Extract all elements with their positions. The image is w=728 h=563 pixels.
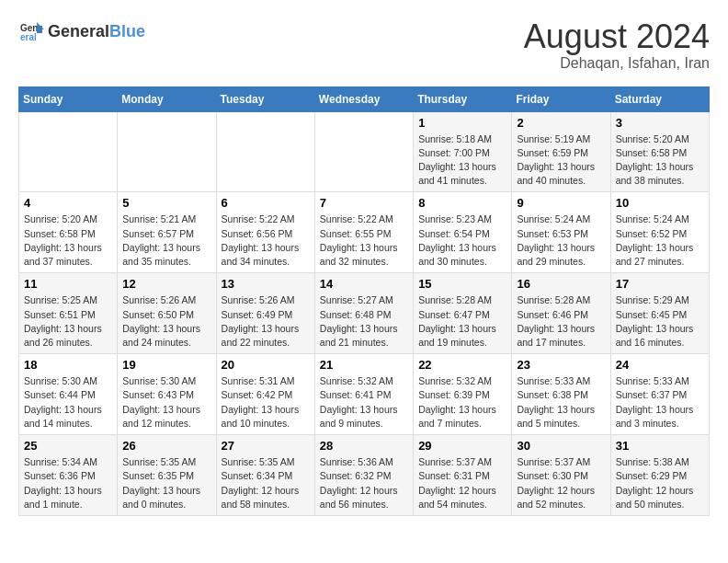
cell-content: Sunrise: 5:19 AM Sunset: 6:59 PM Dayligh… [517, 132, 605, 189]
calendar-cell: 11Sunrise: 5:25 AM Sunset: 6:51 PM Dayli… [19, 273, 118, 354]
calendar-cell [216, 111, 314, 192]
week-row-2: 4Sunrise: 5:20 AM Sunset: 6:58 PM Daylig… [19, 192, 710, 273]
subtitle: Dehaqan, Isfahan, Iran [524, 55, 710, 72]
logo-general-text: General [48, 22, 109, 40]
calendar-cell: 31Sunrise: 5:38 AM Sunset: 6:29 PM Dayli… [610, 435, 709, 516]
day-number: 1 [418, 116, 506, 130]
cell-content: Sunrise: 5:33 AM Sunset: 6:37 PM Dayligh… [616, 374, 704, 431]
cell-content: Sunrise: 5:31 AM Sunset: 6:42 PM Dayligh… [222, 374, 310, 431]
svg-text:eral: eral [20, 32, 37, 42]
cell-content: Sunrise: 5:22 AM Sunset: 6:56 PM Dayligh… [222, 213, 310, 269]
cell-content: Sunrise: 5:26 AM Sunset: 6:50 PM Dayligh… [122, 293, 210, 350]
calendar-cell: 6Sunrise: 5:22 AM Sunset: 6:56 PM Daylig… [216, 192, 314, 273]
weekday-header-monday: Monday [118, 86, 216, 111]
calendar-cell: 23Sunrise: 5:33 AM Sunset: 6:38 PM Dayli… [512, 354, 610, 435]
day-number: 20 [222, 358, 310, 372]
day-number: 11 [24, 277, 112, 291]
cell-content: Sunrise: 5:28 AM Sunset: 6:46 PM Dayligh… [517, 293, 605, 350]
day-number: 23 [517, 358, 605, 372]
calendar-cell: 3Sunrise: 5:20 AM Sunset: 6:58 PM Daylig… [610, 111, 709, 192]
title-block: August 2024 Dehaqan, Isfahan, Iran [524, 18, 710, 72]
weekday-header-friday: Friday [512, 86, 610, 111]
svg-marker-4 [37, 26, 42, 33]
calendar-cell [19, 111, 118, 192]
calendar-cell: 2Sunrise: 5:19 AM Sunset: 6:59 PM Daylig… [512, 111, 610, 192]
calendar-cell: 14Sunrise: 5:27 AM Sunset: 6:48 PM Dayli… [314, 273, 413, 354]
calendar-cell: 5Sunrise: 5:21 AM Sunset: 6:57 PM Daylig… [118, 192, 216, 273]
cell-content: Sunrise: 5:37 AM Sunset: 6:31 PM Dayligh… [418, 455, 506, 511]
cell-content: Sunrise: 5:25 AM Sunset: 6:51 PM Dayligh… [24, 293, 112, 350]
day-number: 24 [616, 358, 704, 372]
calendar-cell: 27Sunrise: 5:35 AM Sunset: 6:34 PM Dayli… [216, 435, 314, 516]
main-title: August 2024 [524, 18, 710, 55]
cell-content: Sunrise: 5:36 AM Sunset: 6:32 PM Dayligh… [320, 455, 408, 511]
calendar-table: SundayMondayTuesdayWednesdayThursdayFrid… [18, 86, 710, 516]
cell-content: Sunrise: 5:37 AM Sunset: 6:30 PM Dayligh… [517, 455, 605, 511]
cell-content: Sunrise: 5:38 AM Sunset: 6:29 PM Dayligh… [616, 455, 704, 511]
cell-content: Sunrise: 5:18 AM Sunset: 7:00 PM Dayligh… [418, 132, 506, 189]
day-number: 12 [122, 277, 210, 291]
day-number: 28 [320, 439, 408, 453]
weekday-header-thursday: Thursday [414, 86, 512, 111]
day-number: 22 [418, 358, 506, 372]
day-number: 14 [320, 277, 408, 291]
weekday-header-saturday: Saturday [610, 86, 709, 111]
cell-content: Sunrise: 5:27 AM Sunset: 6:48 PM Dayligh… [320, 293, 408, 350]
day-number: 2 [517, 116, 605, 130]
calendar-cell: 7Sunrise: 5:22 AM Sunset: 6:55 PM Daylig… [314, 192, 413, 273]
cell-content: Sunrise: 5:24 AM Sunset: 6:53 PM Dayligh… [517, 213, 605, 269]
calendar-cell: 17Sunrise: 5:29 AM Sunset: 6:45 PM Dayli… [610, 273, 709, 354]
cell-content: Sunrise: 5:30 AM Sunset: 6:43 PM Dayligh… [122, 374, 210, 431]
cell-content: Sunrise: 5:20 AM Sunset: 6:58 PM Dayligh… [24, 213, 112, 269]
week-row-5: 25Sunrise: 5:34 AM Sunset: 6:36 PM Dayli… [19, 435, 710, 516]
cell-content: Sunrise: 5:32 AM Sunset: 6:39 PM Dayligh… [418, 374, 506, 431]
cell-content: Sunrise: 5:28 AM Sunset: 6:47 PM Dayligh… [418, 293, 506, 350]
page-header: Gen eral GeneralBlue August 2024 Dehaqan… [18, 18, 710, 72]
day-number: 21 [320, 358, 408, 372]
cell-content: Sunrise: 5:35 AM Sunset: 6:34 PM Dayligh… [222, 455, 310, 511]
cell-content: Sunrise: 5:34 AM Sunset: 6:36 PM Dayligh… [24, 455, 112, 511]
logo-icon: Gen eral [18, 18, 44, 44]
calendar-cell: 29Sunrise: 5:37 AM Sunset: 6:31 PM Dayli… [414, 435, 512, 516]
calendar-cell: 26Sunrise: 5:35 AM Sunset: 6:35 PM Dayli… [118, 435, 216, 516]
cell-content: Sunrise: 5:26 AM Sunset: 6:49 PM Dayligh… [222, 293, 310, 350]
calendar-cell: 9Sunrise: 5:24 AM Sunset: 6:53 PM Daylig… [512, 192, 610, 273]
day-number: 4 [24, 196, 112, 210]
week-row-4: 18Sunrise: 5:30 AM Sunset: 6:44 PM Dayli… [19, 354, 710, 435]
calendar-cell: 8Sunrise: 5:23 AM Sunset: 6:54 PM Daylig… [414, 192, 512, 273]
cell-content: Sunrise: 5:21 AM Sunset: 6:57 PM Dayligh… [122, 213, 210, 269]
calendar-cell [118, 111, 216, 192]
weekday-header-sunday: Sunday [19, 86, 118, 111]
calendar-cell: 30Sunrise: 5:37 AM Sunset: 6:30 PM Dayli… [512, 435, 610, 516]
calendar-cell: 13Sunrise: 5:26 AM Sunset: 6:49 PM Dayli… [216, 273, 314, 354]
day-number: 29 [418, 439, 506, 453]
day-number: 8 [418, 196, 506, 210]
day-number: 16 [517, 277, 605, 291]
day-number: 10 [616, 196, 704, 210]
cell-content: Sunrise: 5:23 AM Sunset: 6:54 PM Dayligh… [418, 213, 506, 269]
weekday-header-tuesday: Tuesday [216, 86, 314, 111]
calendar-cell: 24Sunrise: 5:33 AM Sunset: 6:37 PM Dayli… [610, 354, 709, 435]
cell-content: Sunrise: 5:20 AM Sunset: 6:58 PM Dayligh… [616, 132, 704, 189]
day-number: 15 [418, 277, 506, 291]
cell-content: Sunrise: 5:29 AM Sunset: 6:45 PM Dayligh… [616, 293, 704, 350]
day-number: 17 [616, 277, 704, 291]
calendar-cell [314, 111, 413, 192]
weekday-header-row: SundayMondayTuesdayWednesdayThursdayFrid… [19, 86, 710, 111]
week-row-3: 11Sunrise: 5:25 AM Sunset: 6:51 PM Dayli… [19, 273, 710, 354]
calendar-cell: 20Sunrise: 5:31 AM Sunset: 6:42 PM Dayli… [216, 354, 314, 435]
day-number: 30 [517, 439, 605, 453]
day-number: 6 [222, 196, 310, 210]
calendar-cell: 4Sunrise: 5:20 AM Sunset: 6:58 PM Daylig… [19, 192, 118, 273]
calendar-cell: 18Sunrise: 5:30 AM Sunset: 6:44 PM Dayli… [19, 354, 118, 435]
day-number: 7 [320, 196, 408, 210]
cell-content: Sunrise: 5:24 AM Sunset: 6:52 PM Dayligh… [616, 213, 704, 269]
day-number: 9 [517, 196, 605, 210]
cell-content: Sunrise: 5:33 AM Sunset: 6:38 PM Dayligh… [517, 374, 605, 431]
calendar-cell: 22Sunrise: 5:32 AM Sunset: 6:39 PM Dayli… [414, 354, 512, 435]
calendar-cell: 21Sunrise: 5:32 AM Sunset: 6:41 PM Dayli… [314, 354, 413, 435]
calendar-cell: 19Sunrise: 5:30 AM Sunset: 6:43 PM Dayli… [118, 354, 216, 435]
day-number: 25 [24, 439, 112, 453]
day-number: 27 [222, 439, 310, 453]
logo: Gen eral GeneralBlue [18, 18, 145, 44]
